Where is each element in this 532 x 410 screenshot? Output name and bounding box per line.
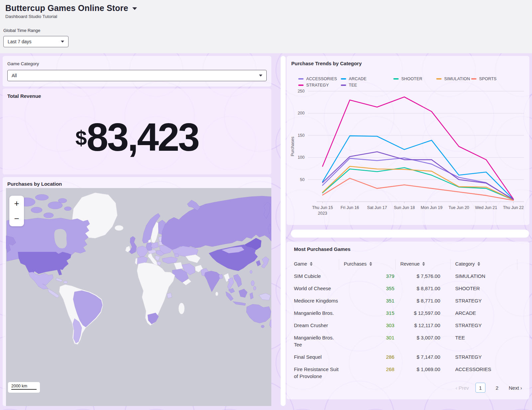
legend-label: SPORTS	[479, 77, 496, 81]
cell-purchases: 301	[344, 331, 400, 351]
line-chart: 50100150200250Thu Jun 152023Fri Jun 16Sa…	[289, 86, 527, 220]
world-map-svg	[6, 188, 271, 406]
map-zoom-control: + −	[9, 196, 24, 226]
column-header-purchases[interactable]: Purchases	[344, 259, 396, 270]
cell-purchases: 355	[344, 282, 400, 295]
game-category-value: All	[12, 73, 17, 78]
most-purchased-games-panel: Most Purchased Games GamePurchasesRevenu…	[287, 242, 529, 399]
svg-text:Sun Jun 18: Sun Jun 18	[394, 205, 415, 210]
pagination-prev-button[interactable]: ‹ Prev	[456, 385, 469, 391]
cell-revenue: $ 3,007.00	[400, 331, 455, 351]
sort-icon	[369, 262, 372, 266]
cell-revenue: $ 12,597.00	[400, 307, 455, 319]
legend-label: SHOOTER	[401, 77, 422, 81]
purchase-trends-panel: Purchase Trends by Category ACCESSORIESA…	[287, 56, 529, 225]
svg-text:150: 150	[298, 133, 305, 138]
column-header-revenue[interactable]: Revenue	[400, 259, 451, 270]
choropleth-map[interactable]: + − 2000 km	[6, 188, 271, 406]
column-header-label: Game	[294, 261, 307, 267]
total-revenue-title: Total Revenue	[7, 93, 41, 99]
cell-category: STRATEGY	[455, 295, 522, 307]
pagination-page-1[interactable]: 1	[475, 383, 485, 393]
cell-purchases: 315	[344, 307, 400, 319]
cell-game: Mediocre Kingdoms	[294, 295, 344, 307]
legend-swatch-icon	[298, 78, 304, 80]
table-title: Most Purchased Games	[294, 246, 522, 252]
cell-category: STRATEGY	[455, 351, 522, 363]
cell-revenue: $ 8,871.00	[400, 282, 455, 295]
map-zoom-out-button[interactable]: −	[9, 211, 24, 226]
cell-category: ACCESSORIES	[455, 363, 522, 382]
svg-text:Thu Jun 15: Thu Jun 15	[312, 205, 333, 210]
cell-game: Dream Crusher	[294, 319, 344, 331]
legend-item-arcade[interactable]: ARCADE	[341, 77, 393, 81]
sort-icon	[310, 262, 313, 266]
cell-purchases: 268	[344, 363, 400, 382]
pagination-page-2[interactable]: 2	[492, 383, 502, 393]
legend-item-shooter[interactable]: SHOOTER	[393, 77, 436, 81]
table-pagination: ‹ Prev12Next ›	[294, 383, 522, 394]
svg-text:Mon Jun 19: Mon Jun 19	[421, 205, 442, 210]
purchases-by-location-panel: Purchases by Location + − 2000 km	[3, 177, 271, 406]
game-category-panel: Game Category All	[3, 56, 271, 87]
legend-swatch-icon	[471, 78, 476, 80]
cell-purchases: 351	[344, 295, 400, 307]
cell-game: Final Sequel	[294, 351, 344, 363]
column-header-label: Purchases	[344, 261, 367, 267]
legend-swatch-icon	[393, 78, 399, 80]
svg-text:100: 100	[298, 155, 305, 160]
title-menu-caret-icon[interactable]	[132, 7, 137, 10]
total-revenue-value: $83,423	[3, 114, 271, 160]
column-header-category[interactable]: Category	[455, 259, 517, 270]
sort-icon	[422, 262, 425, 266]
game-category-dropdown[interactable]: All	[7, 70, 267, 81]
page-title-text: Buttercup Games Online Store	[5, 3, 128, 13]
cell-revenue: $ 12,117.00	[400, 319, 455, 331]
legend-swatch-icon	[341, 78, 346, 80]
legend-swatch-icon	[436, 78, 442, 80]
trends-title: Purchase Trends by Category	[291, 61, 362, 66]
series-line-arcade	[323, 136, 513, 199]
global-time-range-label: Global Time Range	[3, 28, 40, 33]
svg-text:Thu Jun 22: Thu Jun 22	[503, 205, 524, 210]
svg-text:Tue Jun 20: Tue Jun 20	[449, 205, 469, 210]
cell-purchases: 286	[344, 351, 400, 363]
legend-item-sports[interactable]: SPORTS	[471, 77, 496, 81]
svg-text:250: 250	[298, 89, 305, 94]
cell-category: STRATEGY	[455, 319, 522, 331]
cell-revenue: $ 1,069.00	[400, 363, 455, 382]
currency-symbol: $	[75, 126, 86, 149]
row-divider	[291, 230, 529, 238]
map-scale-bar: 2000 km	[8, 382, 40, 393]
chevron-down-icon	[259, 75, 262, 77]
legend-item-simulation[interactable]: SIMULATION	[436, 77, 471, 81]
column-divider	[281, 56, 286, 406]
cell-game: SIM Cubicle	[294, 270, 344, 282]
cell-game: Manganiello Bros.	[294, 307, 344, 319]
revenue-number: 83,423	[86, 115, 199, 159]
series-line-sports	[323, 178, 513, 200]
cell-category: ARCADE	[455, 307, 522, 319]
svg-text:Wed Jun 21: Wed Jun 21	[475, 205, 497, 210]
dashboard-canvas: Game Category All Total Revenue $83,423 …	[0, 53, 532, 410]
total-revenue-panel: Total Revenue $83,423	[3, 89, 271, 174]
page-title: Buttercup Games Online Store	[5, 3, 137, 13]
cell-revenue: $ 7,147.00	[400, 351, 455, 363]
game-category-label: Game Category	[7, 61, 39, 66]
pagination-next-button[interactable]: Next ›	[509, 385, 522, 391]
column-header-game[interactable]: Game	[294, 259, 339, 270]
cell-category: SHOOTER	[455, 282, 522, 295]
time-range-value: Last 7 days	[8, 39, 32, 44]
map-zoom-in-button[interactable]: +	[9, 196, 24, 211]
legend-item-accessories[interactable]: ACCESSORIES	[298, 77, 341, 81]
svg-text:Sat Jun 17: Sat Jun 17	[367, 205, 387, 210]
legend-label: ARCADE	[349, 77, 366, 81]
svg-text:Purchases: Purchases	[290, 136, 295, 156]
cell-game: World of Cheese	[294, 282, 344, 295]
svg-text:2023: 2023	[318, 211, 327, 216]
time-range-dropdown[interactable]: Last 7 days	[3, 36, 68, 47]
series-line-strategy	[323, 97, 513, 199]
map-scale-label: 2000 km	[11, 384, 37, 390]
cell-category: SIMULATION	[455, 270, 522, 282]
cell-category: TEE	[455, 331, 522, 351]
